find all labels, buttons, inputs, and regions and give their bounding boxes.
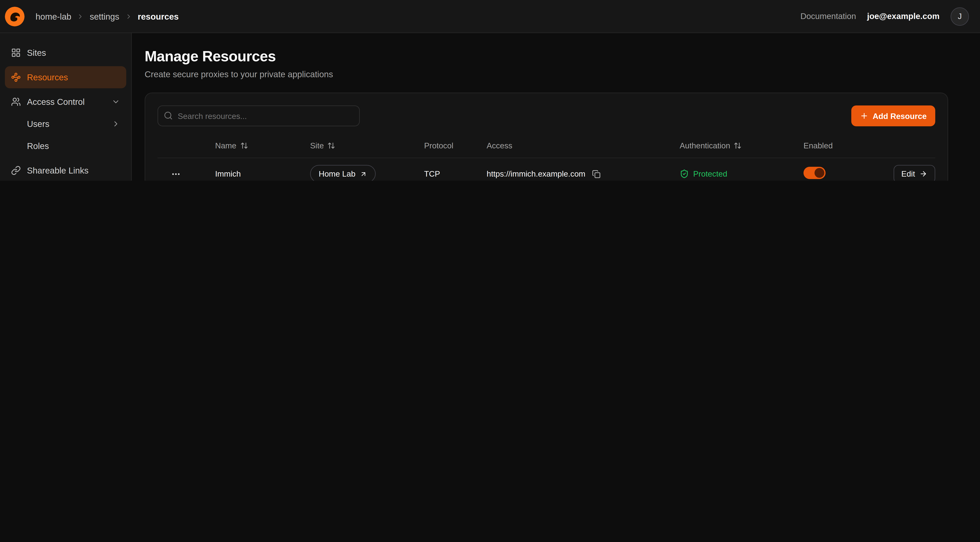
sidebar-item-users[interactable]: Users xyxy=(5,113,126,135)
shield-check-icon xyxy=(680,169,689,179)
sort-name-icon[interactable] xyxy=(240,142,248,150)
documentation-link[interactable]: Documentation xyxy=(800,12,856,21)
link-icon xyxy=(11,166,21,175)
breadcrumb-settings[interactable]: settings xyxy=(90,11,119,21)
breadcrumb: home-lab settings resources xyxy=(35,11,179,21)
sidebar-item-access-control[interactable]: Access Control xyxy=(5,91,126,113)
sidebar-item-label: Shareable Links xyxy=(27,166,89,175)
chevron-down-icon xyxy=(111,97,120,106)
topbar: home-lab settings resources Documentatio… xyxy=(0,0,980,33)
arrow-right-icon xyxy=(920,170,927,178)
search-icon xyxy=(164,111,173,120)
page-subtitle: Create secure proxies to your private ap… xyxy=(145,69,948,79)
pangolin-logo-icon[interactable] xyxy=(5,6,24,26)
users-icon xyxy=(11,97,21,107)
sidebar-item-shareable-links[interactable]: Shareable Links xyxy=(5,159,126,181)
sidebar-item-label: Sites xyxy=(27,48,46,57)
sidebar-item-label: Resources xyxy=(27,72,68,82)
app: home-lab settings resources Documentatio… xyxy=(0,0,980,181)
table-header: Name Site Protocol Access Authentication… xyxy=(158,141,935,158)
search-input[interactable] xyxy=(158,105,360,126)
sidebar-item-sites[interactable]: Sites xyxy=(5,42,126,64)
breadcrumb-resources: resources xyxy=(138,11,179,21)
edit-button[interactable]: Edit xyxy=(893,165,935,181)
table-row: Immich Home Lab TCP https://immich.examp… xyxy=(158,158,935,181)
sidebar-item-roles[interactable]: Roles xyxy=(5,135,126,157)
resource-name: Immich xyxy=(215,169,310,179)
sort-authentication-icon[interactable] xyxy=(734,142,742,150)
breadcrumb-org[interactable]: home-lab xyxy=(35,11,71,21)
sidebar-item-label: Access Control xyxy=(27,97,84,107)
site-link-button[interactable]: Home Lab xyxy=(310,165,376,181)
auth-status: Protected xyxy=(680,169,803,179)
resources-card: Add Resource Name Site Protocol Access A… xyxy=(145,92,948,181)
plus-icon xyxy=(860,112,869,120)
add-resource-button[interactable]: Add Resource xyxy=(851,105,935,126)
sidebar-item-label: Roles xyxy=(27,141,49,151)
protocol: TCP xyxy=(424,169,487,179)
page-title: Manage Resources xyxy=(145,48,948,65)
sidebar-item-label: Users xyxy=(27,119,49,129)
user-email[interactable]: joe@example.com xyxy=(867,12,940,21)
row-menu-button[interactable] xyxy=(169,167,183,181)
main-content: Manage Resources Create secure proxies t… xyxy=(132,33,980,181)
access-url: https://immich.example.com xyxy=(487,169,585,179)
resources-waypoints-icon xyxy=(11,72,21,82)
sort-site-icon[interactable] xyxy=(328,142,336,150)
copy-icon[interactable] xyxy=(591,168,602,179)
avatar[interactable]: J xyxy=(951,7,969,26)
sidebar: Sites Resources Access Control Users Rol… xyxy=(0,33,132,181)
enabled-toggle[interactable] xyxy=(803,167,826,179)
breadcrumb-separator-icon xyxy=(125,13,132,20)
sidebar-item-resources[interactable]: Resources xyxy=(5,66,126,88)
arrow-up-right-icon xyxy=(360,170,367,178)
sites-grid-icon xyxy=(11,48,21,57)
breadcrumb-separator-icon xyxy=(77,13,84,20)
chevron-right-icon xyxy=(111,120,120,128)
